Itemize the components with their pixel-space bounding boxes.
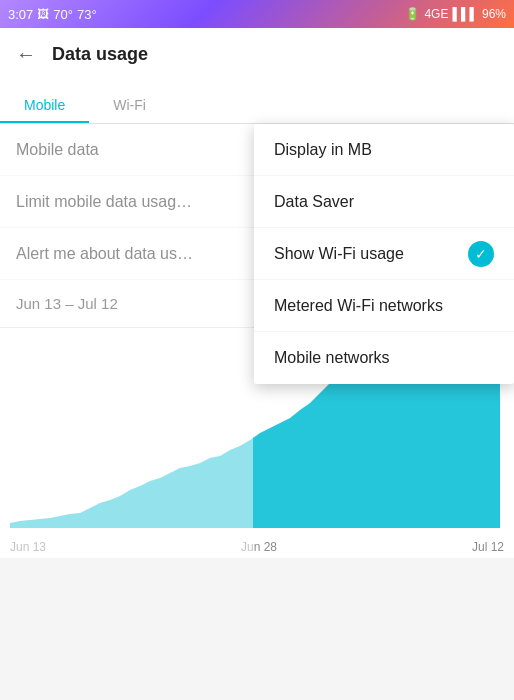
page-title: Data usage [52, 44, 148, 65]
tab-wifi[interactable]: Wi-Fi [89, 87, 170, 123]
battery-icon: 🔋 [405, 7, 420, 21]
temp1: 70° [53, 7, 73, 22]
tab-bar: Mobile Wi-Fi [0, 80, 514, 124]
status-left: 3:07 🖼 70° 73° [8, 7, 97, 22]
battery-percent: 96% [482, 7, 506, 21]
status-right: 🔋 4GE ▌▌▌ 96% [405, 7, 506, 21]
dropdown-item-display-mb[interactable]: Display in MB [254, 124, 514, 176]
main-content: Mobile data Limit mobile data usag… Aler… [0, 124, 514, 558]
tab-mobile[interactable]: Mobile [0, 87, 89, 123]
signal-bars-icon: ▌▌▌ [452, 7, 478, 21]
back-button[interactable]: ← [16, 43, 36, 66]
time-display: 3:07 [8, 7, 33, 22]
dropdown-item-metered-wifi[interactable]: Metered Wi-Fi networks [254, 280, 514, 332]
signal-label: 4GE [424, 7, 448, 21]
dropdown-item-show-wifi[interactable]: Show Wi-Fi usage ✓ [254, 228, 514, 280]
app-header: ← Data usage [0, 28, 514, 80]
dropdown-menu: Display in MB Data Saver Show Wi-Fi usag… [254, 124, 514, 384]
photo-icon: 🖼 [37, 7, 49, 21]
chart-label-end: Jul 12 [472, 540, 504, 554]
status-bar: 3:07 🖼 70° 73° 🔋 4GE ▌▌▌ 96% [0, 0, 514, 28]
dropdown-item-data-saver[interactable]: Data Saver [254, 176, 514, 228]
dim-overlay [0, 124, 253, 558]
dropdown-item-mobile-networks[interactable]: Mobile networks [254, 332, 514, 384]
check-icon: ✓ [468, 241, 494, 267]
temp2: 73° [77, 7, 97, 22]
